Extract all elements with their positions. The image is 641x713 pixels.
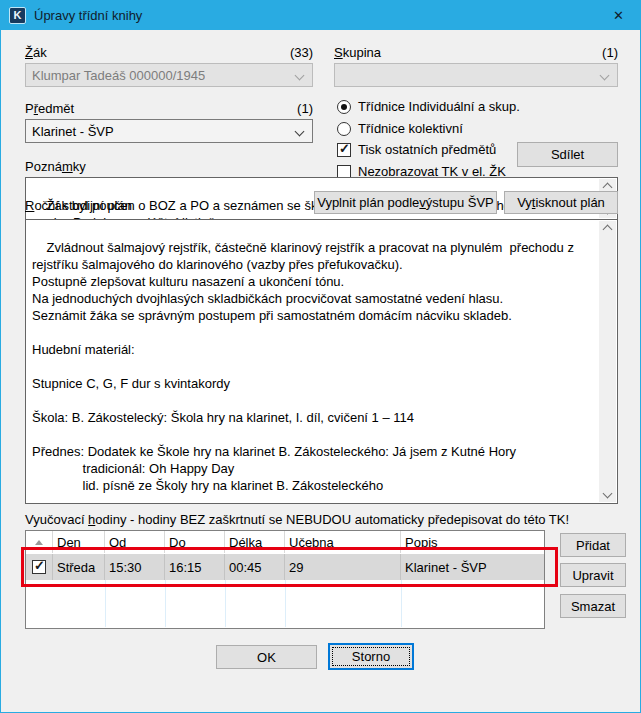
student-combobox: Klumpar Tadeáš 000000/1945 — [25, 63, 313, 87]
column-separator — [401, 580, 402, 627]
subject-count: (1) — [25, 101, 313, 116]
student-count: (33) — [25, 45, 313, 60]
column-header-room[interactable]: Učebna — [285, 531, 401, 553]
plan-textarea[interactable]: Zvládnout šalmajový rejstřík, částečně k… — [25, 219, 618, 504]
row-checkbox[interactable]: ✓ — [32, 560, 46, 574]
radio-individual[interactable]: Třídnice Individuální a skup. — [337, 99, 520, 114]
notes-label: Poznámky — [25, 159, 86, 174]
cell-day: Středa — [53, 554, 105, 580]
subject-combobox-value: Klarinet - ŠVP — [32, 124, 114, 139]
cell-description: Klarinet - ŠVP — [401, 554, 544, 580]
dialog-window: K Úpravy třídní knihy ✕ Žák (33) Klumpar… — [0, 0, 641, 713]
radio-button-icon — [337, 100, 351, 114]
add-button[interactable]: Přidat — [560, 533, 626, 557]
cell-to: 16:15 — [165, 554, 225, 580]
edit-button[interactable]: Upravit — [560, 563, 626, 587]
scroll-down-icon[interactable] — [603, 489, 613, 499]
column-separator — [165, 580, 166, 627]
plan-scrollbar[interactable] — [599, 221, 616, 502]
lessons-label: Vyučovací hodiny - hodiny BEZ zaškrtnutí… — [25, 512, 569, 527]
column-header-day[interactable]: Den — [53, 531, 105, 553]
radio-individual-label: Třídnice Individuální a skup. — [358, 99, 520, 114]
radio-collective[interactable]: Třídnice kolektivní — [337, 121, 463, 136]
checkbox-print-other-label: Tisk ostatních předmětů — [358, 142, 496, 157]
chevron-down-icon — [295, 127, 305, 137]
cell-room: 29 — [285, 554, 401, 580]
student-combobox-value: Klumpar Tadeáš 000000/1945 — [32, 68, 205, 83]
app-icon: K — [9, 7, 26, 24]
column-separator — [285, 580, 286, 627]
sort-column-header[interactable] — [26, 531, 53, 553]
plan-text: Zvládnout šalmajový rejstřík, částečně k… — [32, 240, 578, 493]
check-icon: ✓ — [339, 141, 350, 156]
print-plan-button[interactable]: Vytisknout plán — [504, 191, 618, 214]
cancel-button[interactable]: Storno — [328, 643, 414, 670]
column-separator — [105, 580, 106, 627]
scroll-up-icon[interactable] — [603, 225, 613, 235]
column-header-length[interactable]: Délka — [225, 531, 285, 553]
column-separator — [225, 580, 226, 627]
chevron-down-icon — [600, 71, 610, 81]
subject-combobox[interactable]: Klarinet - ŠVP — [25, 119, 313, 143]
group-combobox — [334, 63, 618, 87]
window-title: Úpravy třídní knihy — [34, 8, 142, 23]
share-button[interactable]: Sdílet — [517, 142, 618, 167]
lessons-table: Den Od Do Délka Učebna Popis ✓ Středa 15… — [25, 530, 545, 629]
column-header-from[interactable]: Od — [105, 531, 165, 553]
chevron-down-icon — [295, 71, 305, 81]
delete-button[interactable]: Smazat — [560, 594, 626, 618]
lesson-table-row[interactable]: ✓ Středa 15:30 16:15 00:45 29 Klarinet -… — [26, 554, 544, 580]
radio-button-icon — [337, 122, 351, 136]
column-header-description[interactable]: Popis — [401, 531, 544, 553]
plan-label: Roční studijní plán — [25, 198, 132, 213]
lessons-table-header: Den Od Do Délka Učebna Popis — [26, 531, 544, 553]
cell-from: 15:30 — [105, 554, 165, 580]
fill-plan-button[interactable]: Vyplnit plán podle výstupu ŠVP — [314, 191, 497, 214]
checkbox-icon: ✓ — [337, 143, 351, 157]
cell-length: 00:45 — [225, 554, 285, 580]
column-header-to[interactable]: Do — [165, 531, 225, 553]
checkbox-print-other-subjects[interactable]: ✓ Tisk ostatních předmětů — [337, 142, 496, 157]
check-icon: ✓ — [34, 558, 45, 573]
ok-button[interactable]: OK — [216, 645, 317, 669]
group-count: (1) — [334, 45, 618, 60]
close-icon[interactable]: ✕ — [596, 0, 641, 30]
titlebar: K Úpravy třídní knihy ✕ — [0, 0, 641, 30]
sort-ascending-icon — [35, 540, 43, 545]
radio-collective-label: Třídnice kolektivní — [358, 121, 463, 136]
